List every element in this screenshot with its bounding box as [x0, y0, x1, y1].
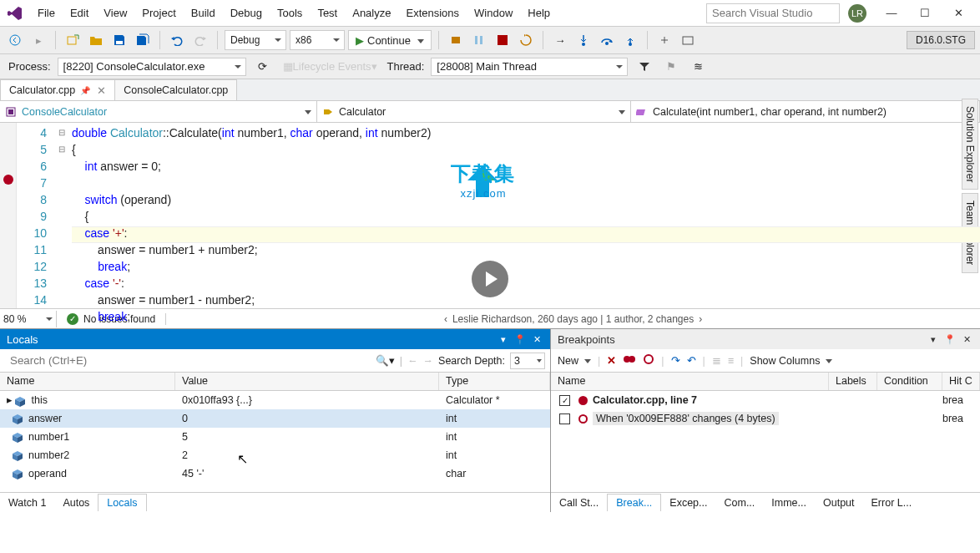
- close-tab-icon[interactable]: ✕: [97, 84, 106, 97]
- footer-tab[interactable]: Excep...: [661, 495, 715, 511]
- new-project-button[interactable]: [63, 30, 83, 50]
- breakpoints-header[interactable]: NameLabelsConditionHit C: [551, 373, 980, 391]
- window-maximize-button[interactable]: ☐: [908, 2, 942, 25]
- panel-pin-icon[interactable]: 📍: [943, 334, 957, 345]
- panel-close-icon[interactable]: ✕: [530, 334, 543, 345]
- locals-row[interactable]: number22int: [0, 446, 550, 464]
- locals-rows[interactable]: ▸ this0x010ffa93 {...}Calculator * answe…: [0, 391, 550, 492]
- go-to-disasm-button[interactable]: ≡: [728, 355, 734, 367]
- search-next-button[interactable]: →: [423, 355, 434, 367]
- code-area[interactable]: double Calculator::Calculate(int number1…: [68, 123, 980, 308]
- save-button[interactable]: [109, 30, 129, 50]
- step-button-1[interactable]: [446, 30, 466, 50]
- menu-tools[interactable]: Tools: [270, 3, 310, 23]
- cycle-process-button[interactable]: ⟳: [253, 57, 273, 77]
- nav-scope-dropdown[interactable]: ConsoleCalculator: [0, 101, 317, 122]
- undo-button[interactable]: [167, 30, 187, 50]
- toolbar-misc-1[interactable]: [654, 30, 674, 50]
- menu-help[interactable]: Help: [520, 3, 558, 23]
- step-over-button[interactable]: [597, 30, 617, 50]
- footer-tab[interactable]: Locals: [98, 494, 146, 511]
- locals-row[interactable]: answer0int: [0, 409, 550, 428]
- step-into-button[interactable]: [573, 30, 594, 50]
- svg-point-7: [582, 43, 585, 46]
- menu-window[interactable]: Window: [467, 3, 520, 23]
- panel-close-icon[interactable]: ✕: [960, 334, 973, 345]
- user-avatar[interactable]: LR: [848, 4, 866, 23]
- nav-member-dropdown[interactable]: Calculate(int number1, char operand, int…: [631, 101, 980, 122]
- footer-tab[interactable]: Watch 1: [0, 495, 54, 511]
- menu-project[interactable]: Project: [134, 3, 183, 23]
- export-breakpoints-button[interactable]: ↶: [687, 354, 696, 367]
- footer-tab[interactable]: Error L...: [863, 495, 921, 511]
- toolbar-misc-2[interactable]: [678, 30, 698, 50]
- process-label: Process:: [8, 60, 51, 73]
- window-close-button[interactable]: ✕: [942, 2, 975, 25]
- locals-title-bar[interactable]: Locals ▾📍✕: [0, 329, 550, 349]
- breakpoint-row[interactable]: When '0x009EF888' changes (4 bytes)brea: [551, 409, 980, 428]
- menu-edit[interactable]: Edit: [63, 3, 96, 23]
- menu-test[interactable]: Test: [310, 3, 345, 23]
- import-breakpoints-button[interactable]: ↷: [671, 354, 680, 367]
- toggle-all-breakpoints-button[interactable]: [643, 353, 654, 368]
- thread-dropdown[interactable]: [28008] Main Thread: [431, 58, 628, 76]
- search-depth-dropdown[interactable]: 3: [510, 353, 545, 369]
- search-visual-studio-input[interactable]: Search Visual Studio: [706, 3, 840, 23]
- solution-config-dropdown[interactable]: Debug: [225, 30, 286, 50]
- menu-debug[interactable]: Debug: [223, 3, 270, 23]
- footer-tab[interactable]: Imme...: [763, 495, 815, 511]
- search-prev-button[interactable]: ←: [407, 355, 418, 367]
- save-all-button[interactable]: [133, 30, 153, 50]
- fold-gutter[interactable]: ⊟⊟: [55, 123, 68, 308]
- menu-extensions[interactable]: Extensions: [398, 3, 467, 23]
- nav-back-button[interactable]: [5, 30, 25, 50]
- footer-tab[interactable]: Autos: [54, 495, 98, 511]
- locals-row[interactable]: number15int: [0, 428, 550, 446]
- code-nav-bar: ConsoleCalculator Calculator Calculate(i…: [0, 101, 980, 123]
- show-next-statement-button[interactable]: →: [550, 30, 570, 50]
- delete-all-breakpoints-button[interactable]: [623, 353, 636, 368]
- pin-icon[interactable]: 📌: [80, 86, 90, 95]
- process-dropdown[interactable]: [8220] ConsoleCalculator.exe: [58, 58, 246, 76]
- step-out-button[interactable]: [620, 30, 640, 50]
- menu-analyze[interactable]: Analyze: [345, 3, 398, 23]
- delete-breakpoint-button[interactable]: ✕: [607, 354, 616, 367]
- new-breakpoint-button[interactable]: New: [558, 355, 591, 367]
- panel-dropdown-icon[interactable]: ▾: [497, 334, 510, 345]
- zoom-dropdown[interactable]: 80 %: [0, 311, 57, 327]
- stack-frame-button[interactable]: ≋: [688, 57, 708, 77]
- go-to-source-button[interactable]: ≣: [712, 354, 721, 367]
- footer-tab[interactable]: Com...: [716, 495, 764, 511]
- breakpoints-rows[interactable]: ✓ Calculator.cpp, line 7brea When '0x009…: [551, 391, 980, 492]
- breakpoint-gutter[interactable]: [0, 123, 17, 308]
- menu-view[interactable]: View: [96, 3, 134, 23]
- breakpoint-row[interactable]: ✓ Calculator.cpp, line 7brea: [551, 391, 980, 409]
- restart-debug-button[interactable]: [516, 30, 536, 50]
- footer-tab[interactable]: Output: [815, 495, 863, 511]
- code-editor[interactable]: 4567891011121314 ⊟⊟ double Calculator::C…: [0, 123, 980, 308]
- solution-platform-dropdown[interactable]: x86: [290, 30, 345, 50]
- panel-dropdown-icon[interactable]: ▾: [927, 334, 940, 345]
- window-minimize-button[interactable]: —: [875, 2, 908, 25]
- locals-header[interactable]: NameValueType: [0, 373, 550, 391]
- breakpoint-icon[interactable]: [3, 175, 13, 185]
- tab-calculator-cpp[interactable]: Calculator.cpp📌✕: [0, 79, 115, 100]
- continue-button[interactable]: ▶Continue: [348, 30, 432, 50]
- nav-type-dropdown[interactable]: Calculator: [317, 101, 631, 122]
- locals-search-input[interactable]: [5, 352, 371, 370]
- filter-threads-button[interactable]: [634, 57, 654, 77]
- tab-consolecalculator-cpp[interactable]: ConsoleCalculator.cpp: [114, 79, 237, 100]
- menu-build[interactable]: Build: [184, 3, 223, 23]
- search-icon[interactable]: 🔍▾: [376, 354, 395, 367]
- locals-row[interactable]: operand45 '-'char: [0, 464, 550, 483]
- stop-debug-button[interactable]: [493, 30, 513, 50]
- locals-row[interactable]: ▸ this0x010ffa93 {...}Calculator *: [0, 391, 550, 409]
- footer-tab[interactable]: Call St...: [551, 495, 607, 511]
- menu-file[interactable]: File: [30, 3, 63, 23]
- panel-pin-icon[interactable]: 📍: [513, 334, 527, 345]
- footer-tab[interactable]: Break...: [607, 494, 661, 511]
- open-button[interactable]: [86, 30, 106, 50]
- show-columns-dropdown[interactable]: Show Columns: [750, 355, 832, 367]
- breakpoints-title-bar[interactable]: Breakpoints ▾📍✕: [551, 329, 980, 349]
- thread-label: Thread:: [387, 60, 425, 73]
